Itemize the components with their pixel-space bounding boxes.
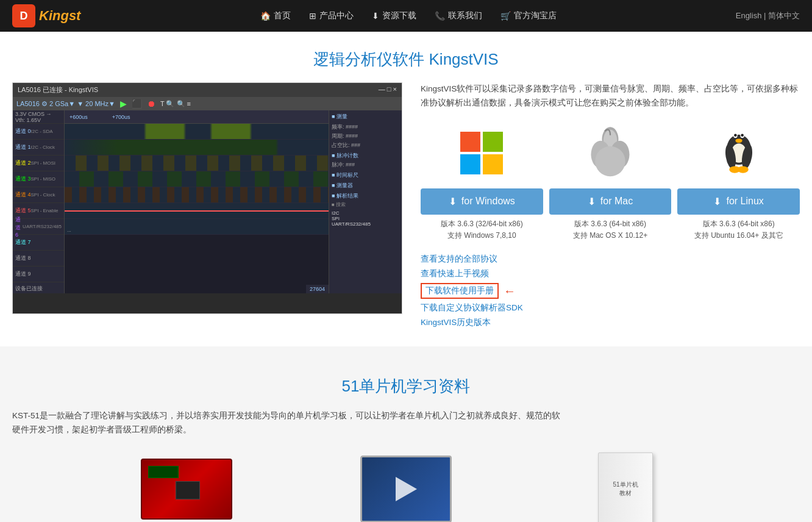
mcu-section: 51单片机学习资料 KST-51是一款融合了理论讲解与实践练习，并以培养实用开发… xyxy=(0,346,812,522)
disk-image-box xyxy=(83,449,290,522)
download-mac-button[interactable]: ⬇ for Mac xyxy=(549,188,672,215)
svg-rect-2 xyxy=(460,154,480,174)
download-icon: ⬇ xyxy=(713,196,721,207)
link-history[interactable]: KingstVIS历史版本 xyxy=(421,317,800,328)
svg-point-20 xyxy=(737,166,748,173)
download-icon: ⬇ xyxy=(588,196,596,207)
download-card-windows: ⬇ for Windows 版本 3.6.3 (32/64-bit x86) 支… xyxy=(421,123,543,241)
linux-version-info: 版本 3.6.3 (64-bit x86) 支持 Ubuntu 16.04+ 及… xyxy=(677,218,800,241)
svg-rect-0 xyxy=(460,132,480,152)
kingst-section: 逻辑分析仪软件 KingstVIS LA5016 已连接 - KingstVIS… xyxy=(0,49,812,346)
nav-products[interactable]: ⊞ 产品中心 xyxy=(309,10,354,21)
logo-area: D Kingst xyxy=(12,4,80,27)
video-thumbnail xyxy=(360,456,452,522)
header: D Kingst 🏠 首页 ⊞ 产品中心 ⬇ 资源下载 📞 联系我们 🛒 官方淘… xyxy=(0,0,812,32)
link-sdk[interactable]: 下载自定义协议解析器SDK xyxy=(421,302,800,313)
svg-rect-1 xyxy=(483,132,503,152)
svg-point-14 xyxy=(734,134,737,137)
logo-text: Kingst xyxy=(39,8,80,24)
mac-icon-box xyxy=(549,123,672,184)
windows-version-info: 版本 3.6.3 (32/64-bit x86) 支持 Windows 7,8,… xyxy=(421,218,543,241)
right-panel: ■ 测量 频率: #### 周期: #### 占空比: ### ■ 脉冲计数 脉… xyxy=(329,110,402,293)
logo-icon: D xyxy=(12,4,35,27)
link-quickstart[interactable]: 查看快速上手视频 xyxy=(421,268,800,279)
svg-point-8 xyxy=(595,146,625,177)
kingst-content: LA5016 已连接 - KingstVIS — □ × LA5016 ⚙ 2 … xyxy=(12,82,800,328)
lang-en[interactable]: English xyxy=(736,11,762,20)
link-manual[interactable]: 下载软件使用手册 xyxy=(421,283,499,299)
waveform-area: +600us+700us ... xyxy=(65,110,329,293)
info-panel: KingstVIS软件可以采集记录多路数字信号，可测量信号脉宽、周期、频率、占空… xyxy=(421,82,800,328)
windows-logo-icon xyxy=(457,129,506,177)
board-image xyxy=(141,459,232,520)
nav-download[interactable]: ⬇ 资源下载 xyxy=(372,10,416,21)
book-image: 51单片机教材 xyxy=(598,452,653,522)
apple-logo-icon xyxy=(583,126,638,181)
play-button-icon xyxy=(396,477,417,501)
mcu-desc: KST-51是一款融合了理论讲解与实践练习，并以培养实用开发技能为导向的单片机学… xyxy=(12,409,561,437)
mac-version-info: 版本 3.6.3 (64-bit x86) 支持 Mac OS X 10.12+ xyxy=(549,218,672,241)
svg-rect-3 xyxy=(483,154,503,174)
linux-tux-icon xyxy=(711,126,766,181)
download-linux-button[interactable]: ⬇ for Linux xyxy=(677,188,800,215)
svg-point-16 xyxy=(735,138,742,143)
download-windows-button[interactable]: ⬇ for Windows xyxy=(421,188,543,215)
nav-home[interactable]: 🏠 首页 xyxy=(260,10,291,21)
ss-toolbar: LA5016 ⚙ 2 GSa▼ ▼ 20 MHz▼ ▶ ⬛ ⏺ T 🔍 🔍 ≡ xyxy=(13,97,402,110)
download-card-linux: ⬇ for Linux 版本 3.6.3 (64-bit x86) 支持 Ubu… xyxy=(677,123,800,241)
link-protocols[interactable]: 查看支持的全部协议 xyxy=(421,254,800,265)
mcu-card-book: 51单片机教材 ⬇ 教材电子版 《手把手教你学51单片机》（宋雪松等编著）纸质教… xyxy=(522,449,729,522)
download-card-mac: ⬇ for Mac 版本 3.6.3 (64-bit x86) 支持 Mac O… xyxy=(549,123,672,241)
arrow-indicator: ← xyxy=(504,284,516,298)
language-switcher: English | 简体中文 xyxy=(736,10,800,21)
kingst-title: 逻辑分析仪软件 KingstVIS xyxy=(12,49,800,70)
mcu-title: 51单片机学习资料 xyxy=(12,376,800,397)
kingst-desc: KingstVIS软件可以采集记录多路数字信号，可测量信号脉宽、周期、频率、占空… xyxy=(421,82,800,110)
download-row: ⬇ for Windows 版本 3.6.3 (32/64-bit x86) 支… xyxy=(421,123,800,241)
windows-icon-box xyxy=(421,123,543,184)
nav-contact[interactable]: 📞 联系我们 xyxy=(435,10,482,21)
mcu-cards: ⬇ 光盘资料 包括：视频教程、文字教程、示例源码、原理图、软件、驱动、数据手册等… xyxy=(12,449,800,522)
video-image-box xyxy=(302,449,510,522)
book-image-box: 51单片机教材 xyxy=(522,449,729,522)
main-nav: 🏠 首页 ⊞ 产品中心 ⬇ 资源下载 📞 联系我们 🛒 官方淘宝店 xyxy=(260,10,557,21)
mcu-card-disk: ⬇ 光盘资料 包括：视频教程、文字教程、示例源码、原理图、软件、驱动、数据手册等… xyxy=(83,449,290,522)
svg-point-15 xyxy=(741,134,744,137)
ss-titlebar: LA5016 已连接 - KingstVIS — □ × xyxy=(13,83,402,97)
ss-waveform-canvas: 3.3V CMOS → Vth: 1.65V 通道 0I2C - SDA 通道 … xyxy=(13,110,402,293)
nav-shop[interactable]: 🛒 官方淘宝店 xyxy=(500,10,557,21)
mcu-card-video: ▶ 视频在线观看 KST-51单片机开发板的配套教学视频，优酷在线视频。 xyxy=(302,449,510,522)
channel-labels: 3.3V CMOS → Vth: 1.65V 通道 0I2C - SDA 通道 … xyxy=(13,110,65,293)
lang-zh[interactable]: 简体中文 xyxy=(768,11,800,20)
resource-links: 查看支持的全部协议 查看快速上手视频 下载软件使用手册 ← 下载自定义协议解析器… xyxy=(421,254,800,328)
software-screenshot: LA5016 已连接 - KingstVIS — □ × LA5016 ⚙ 2 … xyxy=(12,82,402,314)
linux-icon-box xyxy=(677,123,800,184)
download-icon: ⬇ xyxy=(449,196,457,207)
